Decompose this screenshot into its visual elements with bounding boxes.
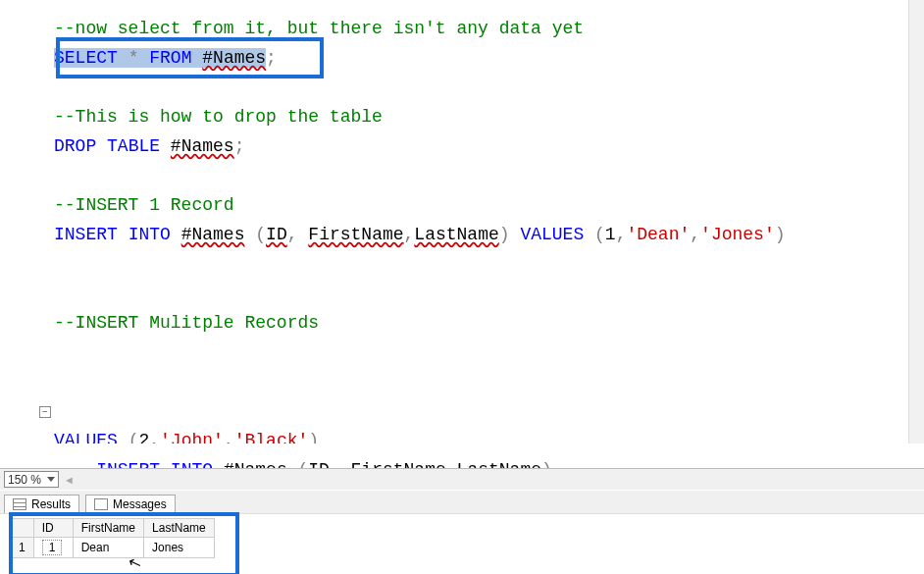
zoom-level-dropdown[interactable]: 150 %	[4, 471, 59, 488]
code-line[interactable]	[54, 161, 924, 190]
tab-messages-label: Messages	[113, 497, 167, 511]
code-line[interactable]: --INSERT Mulitple Records	[54, 308, 924, 338]
results-grid[interactable]: ID FirstName LastName 1 1 Dean Jones	[10, 518, 215, 558]
messages-icon	[94, 498, 108, 510]
code-line[interactable]: INSERT INTO #Names (ID, FirstName,LastNa…	[54, 220, 924, 249]
cell-id[interactable]: 1	[33, 538, 73, 558]
code-line[interactable]	[54, 249, 924, 279]
code-line[interactable]	[54, 338, 924, 367]
code-line[interactable]: SELECT * FROM #Names;	[54, 43, 924, 73]
header-id[interactable]: ID	[33, 519, 73, 538]
scroll-left-icon[interactable]: ◄	[64, 474, 75, 486]
results-tabs: Results Messages	[0, 490, 924, 513]
code-line[interactable]	[54, 73, 924, 102]
selected-sql: SELECT * FROM #Names	[54, 48, 266, 68]
header-firstname[interactable]: FirstName	[73, 519, 143, 538]
code-line[interactable]: --INSERT 1 Record	[54, 190, 924, 220]
cell-lastname[interactable]: Jones	[144, 538, 215, 558]
chevron-down-icon	[47, 477, 55, 482]
results-header-row: ID FirstName LastName	[11, 519, 215, 538]
comment-text: --now select from it, but there isn't an…	[54, 19, 584, 38]
code-line[interactable]	[54, 367, 924, 396]
comment-text: --INSERT Mulitple Records	[54, 313, 319, 333]
sql-editor[interactable]: --now select from it, but there isn't an…	[0, 0, 924, 468]
code-line[interactable]: --now select from it, but there isn't an…	[54, 14, 924, 43]
tab-results-label: Results	[31, 497, 71, 511]
code-line[interactable]: --This is how to drop the table	[54, 102, 924, 131]
zoom-bar: 150 % ◄	[0, 468, 924, 490]
comment-text: --INSERT 1 Record	[54, 195, 234, 215]
results-row[interactable]: 1 1 Dean Jones	[11, 538, 215, 558]
header-lastname[interactable]: LastName	[144, 519, 215, 538]
code-line[interactable]	[54, 279, 924, 308]
code-line[interactable]: − INSERT INTO #Names (ID, FirstName,Last…	[54, 396, 924, 426]
code-line[interactable]: VALUES (2,'John','Black')	[54, 426, 924, 444]
collapse-glyph[interactable]: −	[39, 406, 51, 418]
grid-icon	[13, 498, 26, 510]
cell-rownum[interactable]: 1	[11, 538, 34, 558]
header-rownum[interactable]	[11, 519, 34, 538]
scrollbar-vertical[interactable]	[908, 0, 924, 444]
comment-text: --This is how to drop the table	[54, 107, 383, 127]
tab-messages[interactable]: Messages	[85, 495, 176, 514]
results-panel: ID FirstName LastName 1 1 Dean Jones ↖	[0, 513, 924, 574]
zoom-level-value: 150 %	[8, 473, 41, 487]
tab-results[interactable]: Results	[4, 495, 79, 514]
code-line[interactable]: DROP TABLE #Names;	[54, 131, 924, 161]
